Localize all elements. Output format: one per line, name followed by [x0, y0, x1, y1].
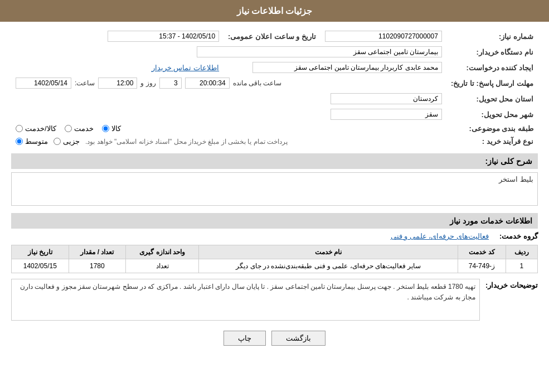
col-date: تاریخ نیاز	[12, 245, 69, 259]
shahr-label: شهر محل تحویل:	[446, 107, 538, 122]
mohlat-countdown: 20:00:34	[185, 78, 230, 89]
table-cell-name: سایر فعالیت‌های حرفه‌ای، علمی و فنی طبقه…	[199, 259, 458, 273]
nave-farayand-row: نوع فرآیند خرید : متوسط جزیی پرداخت تمام…	[11, 135, 538, 148]
tasnif-khedmat[interactable]: خدمت	[65, 124, 94, 133]
taarikhe-elan-label: تاریخ و ساعت اعلان عمومی:	[224, 28, 320, 44]
col-name: نام خدمت	[199, 245, 458, 259]
table-row: 1ز-749-74سایر فعالیت‌های حرفه‌ای، علمی و…	[12, 259, 538, 273]
nam-dastgah-row: نام دستگاه خریدار: بیمارستان تامین اجتما…	[11, 44, 538, 60]
page-title: جزئیات اطلاعات نیاز	[237, 6, 313, 16]
ostan-label: استان محل تحویل:	[446, 91, 538, 107]
farayand-jozei[interactable]: جزیی	[54, 137, 80, 146]
mohlat-time-label: ساعت:	[75, 79, 95, 87]
ostan-row: استان محل تحویل: کردستان	[11, 91, 538, 107]
group-label: گروه خدمت:	[493, 232, 538, 240]
tasnif-radio-group: کالا/خدمت خدمت کالا	[16, 124, 442, 133]
table-cell-quantity: 1780	[69, 259, 126, 273]
taarikhe-elan-value: 1402/05/10 - 15:37	[108, 31, 219, 42]
group-value[interactable]: فعالیت‌های حرفه‌ای، علمی و فنی	[391, 232, 489, 240]
mohlat-time: 12:00	[98, 78, 137, 89]
page-header: جزئیات اطلاعات نیاز	[0, 0, 549, 22]
tasnif-kala-khedmat[interactable]: کالا/خدمت	[16, 124, 56, 133]
ijad-konande-label: ایجاد کننده درخواست:	[446, 60, 538, 75]
sharh-textarea[interactable]	[11, 172, 538, 206]
buyer-desc-label: توضیحات خریدار:	[485, 279, 538, 289]
sharh-section-header: شرح کلی نیاز:	[11, 153, 538, 169]
buttons-row: بازگشت چاپ	[11, 331, 538, 346]
col-radif: ردیف	[506, 245, 537, 259]
col-unit: واحد اندازه گیری	[126, 245, 199, 259]
col-kod: کد خدمت	[458, 245, 506, 259]
mohlat-date: 1402/05/14	[16, 78, 71, 89]
table-cell-unit: تعداد	[126, 259, 199, 273]
main-info-table: شماره نیاز: 1102090727000007 تاریخ و ساع…	[11, 28, 538, 148]
nave-farayand-label: نوع فرآیند خرید :	[446, 135, 538, 148]
group-service-row: گروه خدمت: فعالیت‌های حرفه‌ای، علمی و فن…	[11, 232, 538, 240]
services-table-body: 1ز-749-74سایر فعالیت‌های حرفه‌ای، علمی و…	[12, 259, 538, 273]
ijad-konande-value: محمد عابدی کاربردار بیمارستان تامین اجتم…	[252, 62, 442, 73]
mohlat-row: مهلت ارسال پاسخ: تا تاریخ: 1402/05/14 سا…	[11, 75, 538, 91]
table-cell-radif: 1	[506, 259, 537, 273]
shomare-niaz-row: شماره نیاز: 1102090727000007 تاریخ و ساع…	[11, 28, 538, 44]
mohlat-label: مهلت ارسال پاسخ: تا تاریخ:	[446, 75, 538, 91]
table-cell-date: 1402/05/15	[12, 259, 69, 273]
shomare-niaz-label: شماره نیاز:	[446, 28, 538, 44]
buyer-desc-section: توضیحات خریدار: تهیه 1780 قطعه بلیط استخ…	[11, 279, 538, 322]
table-cell-kod: ز-749-74	[458, 259, 506, 273]
tasnif-row: طبقه بندی موضوعی: کالا/خدمت خدمت کالا	[11, 122, 538, 135]
ijad-konande-row: ایجاد کننده درخواست: محمد عابدی کاربردار…	[11, 60, 538, 75]
back-button[interactable]: بازگشت	[271, 331, 325, 346]
mohlat-days-label: روز و	[140, 79, 156, 87]
ostan-value: کردستان	[331, 93, 442, 104]
tasnif-label: طبقه بندی موضوعی:	[446, 122, 538, 135]
tasnif-kala[interactable]: کالا	[102, 124, 121, 133]
farayand-desc: پرداخت تمام یا بخشی از مبلغ خریداز محل "…	[85, 138, 288, 146]
shahr-value: سقز	[331, 109, 442, 120]
contact-link[interactable]: اطلاعات تماس خریدار	[152, 64, 219, 72]
mohlat-countdown-label: ساعت باقی مانده	[233, 79, 282, 87]
mohlat-days: 3	[159, 78, 182, 89]
col-quantity: تعداد / مقدار	[69, 245, 126, 259]
shomare-niaz-value: 1102090727000007	[325, 31, 442, 42]
services-section-header: اطلاعات خدمات مورد نیاز	[11, 213, 538, 229]
nam-dastgah-label: نام دستگاه خریدار:	[446, 44, 538, 60]
buyer-desc-textarea[interactable]	[11, 279, 480, 321]
services-table-head: ردیف کد خدمت نام خدمت واحد اندازه گیری ت…	[12, 245, 538, 259]
services-table: ردیف کد خدمت نام خدمت واحد اندازه گیری ت…	[11, 245, 538, 273]
nam-dastgah-value: بیمارستان تامین اجتماعی سقز	[197, 46, 442, 57]
services-table-header-row: ردیف کد خدمت نام خدمت واحد اندازه گیری ت…	[12, 245, 538, 259]
print-button[interactable]: چاپ	[224, 331, 266, 346]
farayand-motavasset[interactable]: متوسط	[16, 137, 48, 146]
shahr-row: شهر محل تحویل: سقز	[11, 107, 538, 122]
